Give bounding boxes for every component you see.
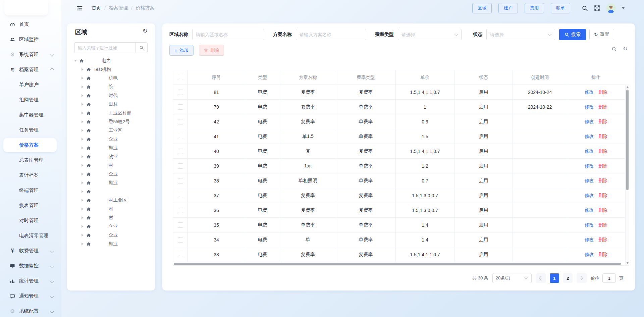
- tree-node[interactable]: 村: [72, 161, 152, 170]
- sidebar-item-billing-mgmt[interactable]: ¥ 收费管理: [0, 243, 61, 258]
- tree-caret-icon[interactable]: [82, 112, 84, 114]
- tree-caret-icon[interactable]: [82, 181, 84, 184]
- delete-link[interactable]: 删除: [598, 252, 607, 258]
- page-button-2[interactable]: 2: [563, 273, 573, 283]
- refresh-icon[interactable]: ↻: [143, 28, 148, 34]
- sidebar-item-price-plan[interactable]: 价格方案: [3, 138, 57, 152]
- tree-node[interactable]: 岙55幢2号: [72, 117, 152, 126]
- sidebar-item-notice-mgmt[interactable]: 通知管理: [0, 288, 61, 304]
- sidebar-item-single-account[interactable]: 单户建户: [0, 77, 61, 92]
- vertical-scrollbar[interactable]: [625, 85, 629, 266]
- delete-link[interactable]: 删除: [598, 222, 607, 228]
- row-checkbox[interactable]: [178, 90, 183, 95]
- row-checkbox[interactable]: [178, 119, 183, 124]
- sidebar-item-network-mgmt[interactable]: 组网管理: [0, 92, 61, 107]
- horizontal-scrollbar[interactable]: [173, 262, 625, 265]
- sidebar-item-data-monitor[interactable]: 数据监控: [0, 258, 61, 273]
- tree-node[interactable]: 机电: [72, 74, 152, 83]
- delete-link[interactable]: 删除: [598, 163, 607, 169]
- select-all-checkbox[interactable]: [178, 75, 183, 80]
- sidebar-item-concentrator-mgmt[interactable]: 集中器管理: [0, 107, 61, 122]
- page-button-1[interactable]: 1: [550, 273, 559, 283]
- search-button[interactable]: 搜索: [559, 29, 586, 40]
- delete-link[interactable]: 删除: [598, 119, 607, 125]
- quick-button-account[interactable]: 建户: [498, 3, 518, 13]
- quick-button-bill[interactable]: 账单: [551, 3, 570, 13]
- tree-caret-icon[interactable]: [82, 225, 84, 228]
- edit-link[interactable]: 修改: [585, 252, 594, 258]
- sidebar-item-system-mgmt[interactable]: ⚙ 系统管理: [0, 47, 61, 62]
- edit-link[interactable]: 修改: [585, 237, 594, 243]
- sidebar-item-stats-mgmt[interactable]: 统计管理: [0, 273, 61, 288]
- sidebar-item-task-mgmt[interactable]: 任务管理: [0, 122, 61, 138]
- tree-caret-icon[interactable]: [82, 120, 84, 123]
- tree-node[interactable]: 村: [72, 213, 152, 222]
- tree-caret-icon[interactable]: [82, 103, 84, 106]
- row-checkbox[interactable]: [178, 104, 183, 110]
- delete-button[interactable]: 删除: [199, 45, 224, 56]
- sidebar-item-meter-change-mgmt[interactable]: 换表管理: [0, 198, 61, 213]
- sidebar-item-terminal-mgmt[interactable]: 终端管理: [0, 183, 61, 198]
- page-size-select[interactable]: 20条/页: [492, 273, 532, 283]
- tree-node[interactable]: 村: [72, 205, 152, 213]
- quick-button-region[interactable]: 区域: [472, 3, 492, 13]
- status-select[interactable]: [486, 29, 555, 40]
- add-button[interactable]: + 添加: [169, 45, 194, 56]
- search-icon[interactable]: [582, 5, 588, 11]
- tree-caret-icon[interactable]: [74, 60, 77, 62]
- scroll-up-arrow[interactable]: [627, 86, 629, 88]
- edit-link[interactable]: 修改: [585, 207, 594, 213]
- tree-caret-icon[interactable]: [82, 86, 84, 88]
- tree-caret-icon[interactable]: [82, 199, 84, 202]
- sidebar-item-system-config[interactable]: ⚙ 系统配置: [0, 304, 61, 317]
- horizontal-scrollbar-thumb[interactable]: [174, 263, 621, 265]
- tree-caret-icon[interactable]: [82, 208, 84, 210]
- plan-name-input[interactable]: [296, 29, 366, 40]
- breadcrumb-archive[interactable]: 档案管理: [109, 5, 128, 11]
- tree-caret-icon[interactable]: [82, 77, 84, 80]
- edit-link[interactable]: 修改: [585, 89, 594, 95]
- menu-collapse-icon[interactable]: [76, 5, 83, 11]
- sidebar-item-region-monitor[interactable]: 区域监控: [0, 32, 61, 47]
- avatar[interactable]: [606, 3, 616, 13]
- tree-node[interactable]: 物业: [72, 152, 152, 161]
- tree-caret-icon[interactable]: [82, 155, 84, 158]
- delete-link[interactable]: 删除: [598, 178, 607, 184]
- delete-link[interactable]: 删除: [598, 104, 607, 110]
- tree-node[interactable]: 工业区村部: [72, 109, 152, 117]
- scroll-down-arrow[interactable]: [627, 262, 629, 264]
- goto-page-input[interactable]: [602, 273, 616, 283]
- edit-link[interactable]: 修改: [585, 134, 594, 140]
- search-icon[interactable]: [611, 46, 617, 52]
- tree-node[interactable]: Test机构: [72, 65, 152, 74]
- sidebar-item-master-meter-lib[interactable]: 总表库管理: [0, 153, 61, 168]
- sidebar-item-time-sync-mgmt[interactable]: 对时管理: [0, 213, 61, 228]
- refresh-icon[interactable]: ↻: [623, 46, 628, 52]
- edit-link[interactable]: 修改: [585, 193, 594, 199]
- edit-link[interactable]: 修改: [585, 148, 594, 154]
- tree-caret-icon[interactable]: [82, 129, 84, 132]
- tree-node[interactable]: 企业: [72, 222, 152, 231]
- tree-caret-icon[interactable]: [82, 94, 84, 97]
- tree-caret-icon[interactable]: [82, 147, 84, 149]
- tree-node[interactable]: 工业区: [72, 126, 152, 135]
- rate-type-select[interactable]: [398, 29, 462, 40]
- vertical-scrollbar-thumb[interactable]: [626, 90, 629, 190]
- edit-link[interactable]: 修改: [585, 163, 594, 169]
- edit-link[interactable]: 修改: [585, 222, 594, 228]
- tree-caret-icon[interactable]: [82, 68, 84, 71]
- delete-link[interactable]: 删除: [598, 207, 607, 213]
- tree-node[interactable]: 鞋业: [72, 240, 152, 248]
- sidebar-item-meter-reset-mgmt[interactable]: 电表清零管理: [0, 228, 61, 243]
- tree-node[interactable]: 电力: [72, 56, 152, 65]
- tree-caret-icon[interactable]: [82, 216, 84, 219]
- row-checkbox[interactable]: [178, 208, 183, 213]
- tree-node[interactable]: 企业: [72, 170, 152, 178]
- reset-button[interactable]: ↻ 重置: [589, 29, 614, 40]
- tree-node[interactable]: 鞋业: [72, 178, 152, 187]
- row-checkbox[interactable]: [178, 163, 183, 169]
- sidebar-item-meter-archive[interactable]: 表计档案: [0, 168, 61, 183]
- tree-node[interactable]: 田村: [72, 100, 152, 109]
- delete-link[interactable]: 删除: [598, 237, 607, 243]
- row-checkbox[interactable]: [178, 149, 183, 154]
